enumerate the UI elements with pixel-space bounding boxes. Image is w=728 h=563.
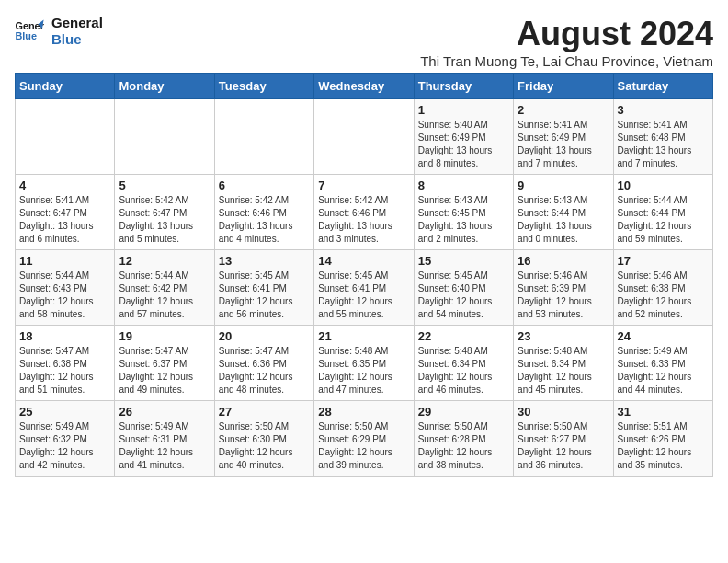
logo-icon: General Blue xyxy=(15,18,44,44)
day-number: 24 xyxy=(618,329,709,343)
calendar-cell xyxy=(16,99,115,175)
calendar-cell: 10Sunrise: 5:44 AM Sunset: 6:44 PM Dayli… xyxy=(613,175,712,250)
calendar-cell: 5Sunrise: 5:42 AM Sunset: 6:47 PM Daylig… xyxy=(115,175,214,250)
calendar-cell: 2Sunrise: 5:41 AM Sunset: 6:49 PM Daylig… xyxy=(514,99,613,175)
week-row-1: 1Sunrise: 5:40 AM Sunset: 6:49 PM Daylig… xyxy=(16,99,713,175)
calendar-cell: 20Sunrise: 5:47 AM Sunset: 6:36 PM Dayli… xyxy=(214,326,313,401)
calendar-cell: 19Sunrise: 5:47 AM Sunset: 6:37 PM Dayli… xyxy=(115,326,214,401)
calendar-cell: 18Sunrise: 5:47 AM Sunset: 6:38 PM Dayli… xyxy=(16,326,115,401)
day-number: 14 xyxy=(318,254,409,268)
calendar-cell: 16Sunrise: 5:46 AM Sunset: 6:39 PM Dayli… xyxy=(514,250,613,326)
day-info: Sunrise: 5:50 AM Sunset: 6:28 PM Dayligh… xyxy=(418,420,509,472)
day-number: 26 xyxy=(119,405,210,419)
day-info: Sunrise: 5:43 AM Sunset: 6:44 PM Dayligh… xyxy=(518,194,609,246)
day-header-wednesday: Wednesday xyxy=(314,74,414,99)
month-title: August 2024 xyxy=(420,15,713,53)
day-info: Sunrise: 5:50 AM Sunset: 6:27 PM Dayligh… xyxy=(518,420,609,472)
calendar-cell: 12Sunrise: 5:44 AM Sunset: 6:42 PM Dayli… xyxy=(115,250,214,326)
day-info: Sunrise: 5:45 AM Sunset: 6:41 PM Dayligh… xyxy=(318,270,409,321)
calendar-cell: 17Sunrise: 5:46 AM Sunset: 6:38 PM Dayli… xyxy=(613,250,712,326)
calendar-cell: 29Sunrise: 5:50 AM Sunset: 6:28 PM Dayli… xyxy=(414,401,513,477)
calendar: SundayMondayTuesdayWednesdayThursdayFrid… xyxy=(15,73,713,477)
day-number: 13 xyxy=(219,254,310,268)
day-number: 25 xyxy=(19,405,110,419)
day-info: Sunrise: 5:47 AM Sunset: 6:38 PM Dayligh… xyxy=(19,345,110,396)
day-number: 8 xyxy=(418,178,509,192)
day-number: 18 xyxy=(19,329,110,343)
day-number: 10 xyxy=(618,178,709,192)
day-header-thursday: Thursday xyxy=(414,74,513,99)
day-info: Sunrise: 5:46 AM Sunset: 6:39 PM Dayligh… xyxy=(518,270,609,321)
day-info: Sunrise: 5:42 AM Sunset: 6:46 PM Dayligh… xyxy=(219,194,310,246)
day-info: Sunrise: 5:49 AM Sunset: 6:32 PM Dayligh… xyxy=(19,420,110,472)
day-number: 7 xyxy=(318,178,409,192)
week-row-5: 25Sunrise: 5:49 AM Sunset: 6:32 PM Dayli… xyxy=(16,401,713,477)
day-info: Sunrise: 5:44 AM Sunset: 6:44 PM Dayligh… xyxy=(618,194,709,246)
title-section: August 2024 Thi Tran Muong Te, Lai Chau … xyxy=(420,15,713,69)
day-info: Sunrise: 5:44 AM Sunset: 6:43 PM Dayligh… xyxy=(19,270,110,321)
day-header-tuesday: Tuesday xyxy=(214,74,313,99)
day-info: Sunrise: 5:46 AM Sunset: 6:38 PM Dayligh… xyxy=(618,270,709,321)
calendar-cell xyxy=(314,99,414,175)
day-info: Sunrise: 5:49 AM Sunset: 6:33 PM Dayligh… xyxy=(618,345,709,396)
day-number: 27 xyxy=(219,405,310,419)
day-number: 9 xyxy=(518,178,609,192)
day-header-monday: Monday xyxy=(115,74,214,99)
calendar-cell xyxy=(115,99,214,175)
calendar-cell: 14Sunrise: 5:45 AM Sunset: 6:41 PM Dayli… xyxy=(314,250,414,326)
calendar-cell: 9Sunrise: 5:43 AM Sunset: 6:44 PM Daylig… xyxy=(514,175,613,250)
day-info: Sunrise: 5:50 AM Sunset: 6:30 PM Dayligh… xyxy=(219,420,310,472)
day-number: 29 xyxy=(418,405,509,419)
day-info: Sunrise: 5:43 AM Sunset: 6:45 PM Dayligh… xyxy=(418,194,509,246)
logo-line2: Blue xyxy=(51,31,103,48)
week-row-4: 18Sunrise: 5:47 AM Sunset: 6:38 PM Dayli… xyxy=(16,326,713,401)
calendar-cell: 1Sunrise: 5:40 AM Sunset: 6:49 PM Daylig… xyxy=(414,99,513,175)
calendar-cell: 23Sunrise: 5:48 AM Sunset: 6:34 PM Dayli… xyxy=(514,326,613,401)
week-row-3: 11Sunrise: 5:44 AM Sunset: 6:43 PM Dayli… xyxy=(16,250,713,326)
day-number: 15 xyxy=(418,254,509,268)
calendar-cell: 28Sunrise: 5:50 AM Sunset: 6:29 PM Dayli… xyxy=(314,401,414,477)
calendar-cell: 11Sunrise: 5:44 AM Sunset: 6:43 PM Dayli… xyxy=(16,250,115,326)
calendar-cell: 3Sunrise: 5:41 AM Sunset: 6:48 PM Daylig… xyxy=(613,99,712,175)
day-info: Sunrise: 5:44 AM Sunset: 6:42 PM Dayligh… xyxy=(119,270,210,321)
day-number: 23 xyxy=(518,329,609,343)
day-info: Sunrise: 5:48 AM Sunset: 6:34 PM Dayligh… xyxy=(518,345,609,396)
calendar-header: SundayMondayTuesdayWednesdayThursdayFrid… xyxy=(16,74,713,99)
calendar-cell: 21Sunrise: 5:48 AM Sunset: 6:35 PM Dayli… xyxy=(314,326,414,401)
day-number: 20 xyxy=(219,329,310,343)
svg-text:Blue: Blue xyxy=(15,30,37,41)
day-info: Sunrise: 5:41 AM Sunset: 6:49 PM Dayligh… xyxy=(518,119,609,170)
logo: General Blue General Blue xyxy=(15,15,103,48)
day-info: Sunrise: 5:49 AM Sunset: 6:31 PM Dayligh… xyxy=(119,420,210,472)
header: General Blue General Blue August 2024 Th… xyxy=(15,15,713,69)
calendar-cell: 15Sunrise: 5:45 AM Sunset: 6:40 PM Dayli… xyxy=(414,250,513,326)
day-number: 11 xyxy=(19,254,110,268)
day-info: Sunrise: 5:40 AM Sunset: 6:49 PM Dayligh… xyxy=(418,119,509,170)
subtitle: Thi Tran Muong Te, Lai Chau Province, Vi… xyxy=(420,53,713,69)
calendar-cell: 4Sunrise: 5:41 AM Sunset: 6:47 PM Daylig… xyxy=(16,175,115,250)
calendar-cell: 24Sunrise: 5:49 AM Sunset: 6:33 PM Dayli… xyxy=(613,326,712,401)
calendar-cell: 8Sunrise: 5:43 AM Sunset: 6:45 PM Daylig… xyxy=(414,175,513,250)
day-info: Sunrise: 5:42 AM Sunset: 6:46 PM Dayligh… xyxy=(318,194,409,246)
day-number: 6 xyxy=(219,178,310,192)
calendar-body: 1Sunrise: 5:40 AM Sunset: 6:49 PM Daylig… xyxy=(16,99,713,477)
day-header-sunday: Sunday xyxy=(16,74,115,99)
day-number: 31 xyxy=(618,405,709,419)
day-number: 30 xyxy=(518,405,609,419)
calendar-cell: 6Sunrise: 5:42 AM Sunset: 6:46 PM Daylig… xyxy=(214,175,313,250)
day-number: 19 xyxy=(119,329,210,343)
day-number: 1 xyxy=(418,103,509,117)
calendar-cell: 7Sunrise: 5:42 AM Sunset: 6:46 PM Daylig… xyxy=(314,175,414,250)
day-info: Sunrise: 5:50 AM Sunset: 6:29 PM Dayligh… xyxy=(318,420,409,472)
day-number: 22 xyxy=(418,329,509,343)
calendar-cell: 27Sunrise: 5:50 AM Sunset: 6:30 PM Dayli… xyxy=(214,401,313,477)
day-number: 4 xyxy=(19,178,110,192)
day-number: 17 xyxy=(618,254,709,268)
day-number: 21 xyxy=(318,329,409,343)
day-header-friday: Friday xyxy=(514,74,613,99)
calendar-cell: 31Sunrise: 5:51 AM Sunset: 6:26 PM Dayli… xyxy=(613,401,712,477)
day-header-saturday: Saturday xyxy=(613,74,712,99)
day-number: 5 xyxy=(119,178,210,192)
day-info: Sunrise: 5:48 AM Sunset: 6:34 PM Dayligh… xyxy=(418,345,509,396)
calendar-cell: 13Sunrise: 5:45 AM Sunset: 6:41 PM Dayli… xyxy=(214,250,313,326)
